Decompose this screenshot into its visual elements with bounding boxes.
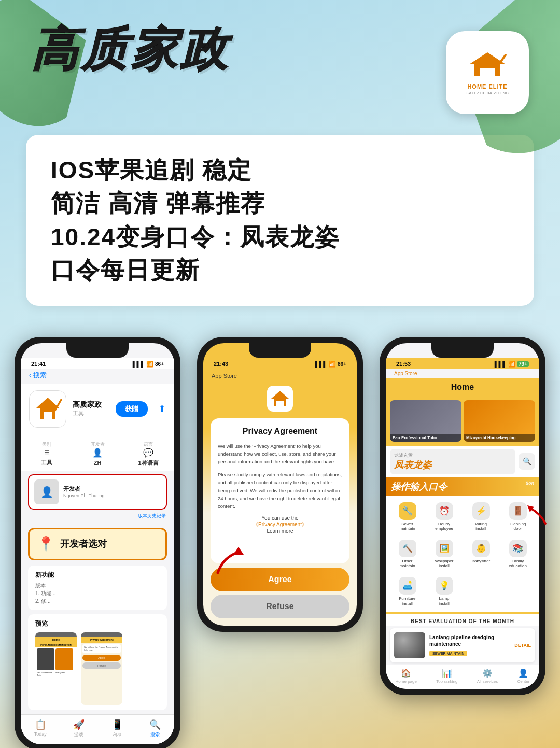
user-card: 👤 开发者 Nguyen Phi Thuong [28, 474, 167, 510]
search-code-row: 龙战玄黄 凤表龙姿 🔍 [386, 446, 539, 477]
preview-title: 预览 [35, 619, 160, 628]
search-icon: 🔍 [523, 457, 531, 465]
status-right-3: ▌▌▌ 📶 79+ [495, 361, 529, 368]
pin-icon: 📍 [37, 535, 55, 553]
arrow-annotation-agree [213, 542, 249, 580]
wifi-icon-3: 📶 [508, 361, 515, 368]
new-features-version: 版本 [35, 582, 160, 589]
svg-rect-4 [44, 412, 52, 419]
dev-icon: 👤 [80, 448, 115, 458]
action-label: 操作输入口令 [391, 482, 447, 492]
phone3-bottom-nav: 🏠 Home page 📊 Top ranking ⚙️ All service… [386, 665, 539, 689]
privacy-text-2: Please strictly comply with relevant law… [218, 471, 342, 510]
app-store-header: 高质家政 工具 获贈 ⬆ [21, 384, 174, 434]
games-icon: 🚀 [73, 719, 85, 730]
get-button[interactable]: 获贈 [116, 401, 148, 417]
phone-1-notch [66, 343, 129, 358]
action-banner: 操作输入口令 tion [386, 477, 539, 496]
nav-today[interactable]: 📋 Today [34, 719, 47, 738]
info-line-4: 口令每日更新 [51, 253, 509, 287]
nav-app[interactable]: 📱 App [111, 719, 123, 738]
service-other[interactable]: 🔨 Othermaintain [390, 537, 425, 572]
service-lamp[interactable]: 💡 Lampinstall [427, 574, 461, 609]
header-section: 高质家政 HOME ELITE GAO ZHI JIA ZHENG [0, 0, 560, 130]
wifi-icon-2: 📶 [329, 361, 336, 368]
signal-icon-3: ▌▌▌ [495, 361, 507, 367]
best-eval-header: BEST EVALUATION OF THE MONTH [386, 612, 539, 626]
p3-nav-services[interactable]: ⚙️ All services [477, 668, 498, 684]
nav-search[interactable]: 🔍 搜索 [149, 719, 161, 738]
main-title: 高质家政 [31, 26, 230, 73]
privacy-top-area [203, 383, 357, 414]
wallpaper-icon: 🖼️ [436, 540, 453, 557]
p3-nav-top[interactable]: 📊 Top ranking [436, 668, 457, 684]
app-icon-box[interactable]: HOME ELITE GAO ZHI JIA ZHENG [446, 31, 529, 114]
new-features-line2: 2. 修... [35, 597, 160, 605]
service-sewer[interactable]: 🔧 Sewermaintain [390, 499, 425, 534]
privacy-text-1: We will use the 'Privacy Agreement' to h… [218, 442, 342, 466]
user-name: Nguyen Phi Thuong [63, 493, 104, 498]
lamp-icon: 💡 [436, 577, 453, 595]
svg-rect-6 [276, 401, 284, 406]
version-link[interactable]: 版本历史记录 [21, 513, 174, 523]
home-elite-logo [464, 50, 511, 81]
search-icon-box[interactable]: 🔍 [519, 453, 535, 470]
education-icon: 📚 [509, 540, 527, 557]
privacy-link: You can use the 《Privacy Agreement》 Lear… [218, 515, 342, 534]
service-education[interactable]: 📚 Familyeducation [500, 537, 535, 572]
phone-3-notch [431, 343, 494, 358]
back-button-1[interactable]: ‹ 搜索 [29, 371, 47, 380]
app-store-info: 高质家政 工具 [73, 400, 102, 417]
phone-1-statusbar: 21:41 ▌▌▌ 📶 86+ [21, 358, 174, 369]
category-icon: ≡ [29, 448, 64, 457]
other-icon: 🔨 [399, 540, 416, 557]
banner-item-1[interactable]: Pao Professional Tutor [390, 400, 461, 442]
arrow-annotation-search [520, 498, 551, 531]
rating-category: 类别 ≡ 工具 [29, 439, 64, 467]
phone-3-screen: 21:53 ▌▌▌ 📶 79+ App Store Home Pao Profe… [386, 343, 539, 689]
eval-title: Lanfang pipeline dredging maintenance [429, 634, 510, 647]
code-text: 凤表龙姿 [394, 460, 431, 470]
services-grid: 🔧 Sewermaintain ⏰ Hourlyemployee ⚡ Wirin… [386, 496, 539, 613]
action-sublabel: tion [526, 481, 535, 486]
rating-lang: 语言 💬 1种语言 [131, 439, 166, 467]
app-icon-store [29, 390, 66, 428]
nav-games[interactable]: 🚀 游戏 [73, 719, 85, 738]
app-store-label-2: App Store [212, 373, 237, 379]
top-ranking-icon: 📊 [442, 668, 452, 678]
banner-row: Pao Professional Tutor Mizuyoshi Houseke… [386, 396, 539, 446]
service-wallpaper[interactable]: 🖼️ Wallpaperinstall [427, 537, 461, 572]
search-icon-nav: 🔍 [149, 719, 161, 730]
info-line-1: IOS苹果追剧 稳定 [51, 153, 509, 187]
status-time-1: 21:41 [31, 361, 46, 367]
service-babysitter[interactable]: 👶 Babysitter [464, 537, 498, 572]
sewer-icon: 🔧 [399, 502, 416, 520]
privacy-header: App Store [203, 369, 357, 383]
banner-label-1: Pao Professional Tutor [390, 434, 461, 442]
user-avatar: 👤 [34, 479, 59, 504]
search-placeholder: 龙战玄黄 [394, 452, 511, 459]
status-time-3: 21:53 [396, 361, 411, 367]
p3-nav-home[interactable]: 🏠 Home page [396, 668, 417, 684]
phone-3: 21:53 ▌▌▌ 📶 79+ App Store Home Pao Profe… [380, 337, 545, 696]
service-furniture[interactable]: 🛋️ Furnitureinstall [390, 574, 425, 609]
share-button[interactable]: ⬆ [158, 403, 166, 415]
p3-nav-center[interactable]: 👤 Center [517, 668, 529, 684]
preview-thumbs: Home POPULAR RECOMMENDATION Pao Professi… [35, 632, 160, 705]
banner-item-2[interactable]: Mizuyoshi Housekeeping [464, 400, 535, 442]
eval-detail[interactable]: DETAIL [514, 643, 531, 648]
app-store-label-3: App Store [394, 371, 417, 376]
preview-thumb-2: Privacy Agreement We will use the Privac… [81, 632, 122, 705]
babysitter-icon: 👶 [472, 540, 490, 557]
service-wiring[interactable]: ⚡ Wiringinstall [464, 499, 498, 534]
refuse-button[interactable]: Refuse [211, 595, 349, 618]
service-hourly[interactable]: ⏰ Hourlyemployee [427, 499, 461, 534]
furniture-icon: 🛋️ [399, 577, 416, 595]
phone-1-screen: 21:41 ▌▌▌ 📶 86+ ‹ 搜索 [21, 343, 174, 744]
signal-icon-1: ▌▌▌ [133, 361, 145, 367]
phone-2-notch [249, 343, 311, 358]
phone-2-statusbar: 21:43 ▌▌▌ 📶 86+ [203, 358, 357, 369]
info-line-2: 简洁 高清 弹幕推荐 [51, 187, 509, 220]
wiring-icon: ⚡ [472, 502, 490, 520]
lang-icon: 💬 [131, 448, 166, 458]
